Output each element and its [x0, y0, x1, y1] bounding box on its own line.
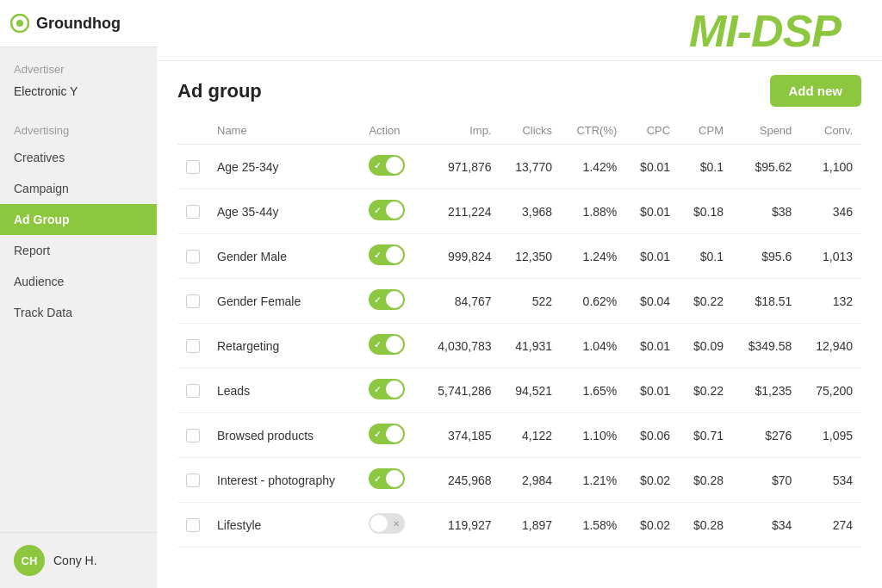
main-header: MI-DSP: [157, 0, 882, 61]
row-spend: $95.6: [732, 234, 800, 279]
row-clicks: 522: [500, 279, 562, 324]
col-action: Action: [360, 117, 420, 145]
row-checkbox[interactable]: [177, 145, 208, 189]
row-clicks: 2,984: [500, 458, 562, 503]
row-action[interactable]: ✓: [360, 368, 420, 413]
row-ctr: 1.24%: [561, 234, 625, 279]
toggle-knob: [386, 246, 403, 263]
row-cpc: $0.01: [625, 145, 679, 189]
row-cpc: $0.01: [625, 189, 679, 234]
row-checkbox[interactable]: [177, 503, 208, 548]
toggle-knob: [370, 515, 388, 532]
table-row: Gender Female ✓ 84,767 522 0.62% $0.04 $…: [177, 279, 861, 324]
toggle-switch[interactable]: ✓: [369, 200, 405, 220]
table-row: Age 35-44y ✓ 211,224 3,968 1.88% $0.01 $…: [177, 189, 861, 234]
row-ctr: 1.58%: [561, 503, 625, 548]
row-imp: 999,824: [420, 234, 500, 279]
row-conv: 274: [800, 503, 861, 548]
table-row: Interest - photography ✓ 245,968 2,984 1…: [177, 458, 861, 503]
row-conv: 75,200: [800, 368, 861, 413]
row-checkbox[interactable]: [177, 458, 208, 503]
row-cpm: $0.28: [679, 503, 732, 548]
row-checkbox[interactable]: [177, 189, 208, 234]
sidebar-item-ad-group[interactable]: Ad Group: [0, 204, 157, 235]
row-cpc: $0.01: [625, 368, 679, 413]
toggle-switch[interactable]: ✓: [369, 379, 405, 399]
row-action[interactable]: ✓: [360, 145, 420, 189]
sidebar-item-creatives[interactable]: Creatives: [0, 142, 157, 173]
page-header: Ad group Add new: [157, 61, 882, 117]
row-ctr: 1.65%: [561, 368, 625, 413]
sidebar-logo: Groundhog: [0, 0, 157, 47]
advertising-section-label: Advertising: [0, 108, 157, 142]
row-checkbox[interactable]: [177, 324, 208, 368]
col-name: Name: [208, 117, 360, 145]
row-imp: 971,876: [420, 145, 500, 189]
add-new-button[interactable]: Add new: [770, 75, 862, 107]
row-cpc: $0.01: [625, 324, 679, 368]
row-action[interactable]: ✓: [360, 324, 420, 368]
row-name: Browsed products: [208, 413, 360, 458]
row-clicks: 94,521: [500, 368, 562, 413]
col-cpc: CPC: [625, 117, 679, 145]
row-action[interactable]: ✓: [360, 458, 420, 503]
table-row: Retargeting ✓ 4,030,783 41,931 1.04% $0.…: [177, 324, 861, 368]
toggle-switch[interactable]: ✓: [369, 424, 405, 444]
row-cpm: $0.1: [679, 145, 732, 189]
row-action[interactable]: ✓: [360, 234, 420, 279]
sidebar-item-track-data[interactable]: Track Data: [0, 297, 157, 328]
row-clicks: 12,350: [500, 234, 562, 279]
row-name: Retargeting: [208, 324, 360, 368]
col-checkbox: [177, 117, 208, 145]
table-row: Leads ✓ 5,741,286 94,521 1.65% $0.01 $0.…: [177, 368, 861, 413]
advertiser-section-label: Advertiser: [0, 47, 157, 81]
table-row: Age 25-34y ✓ 971,876 13,770 1.42% $0.01 …: [177, 145, 861, 189]
sidebar-item-report[interactable]: Report: [0, 235, 157, 266]
sidebar: Groundhog Advertiser Electronic Y Advert…: [0, 0, 157, 588]
toggle-switch[interactable]: ✓: [369, 155, 405, 176]
row-action[interactable]: ✕: [360, 503, 420, 548]
row-imp: 245,968: [420, 458, 500, 503]
row-ctr: 1.88%: [561, 189, 625, 234]
row-checkbox[interactable]: [177, 368, 208, 413]
col-ctr: CTR(%): [561, 117, 625, 145]
toggle-switch[interactable]: ✓: [369, 244, 405, 265]
advertiser-name: Electronic Y: [0, 81, 157, 108]
brand-title: MI-DSP: [689, 9, 841, 60]
row-name: Lifestyle: [208, 503, 360, 548]
row-action[interactable]: ✓: [360, 279, 420, 324]
avatar: CH: [14, 545, 45, 576]
col-spend: Spend: [732, 117, 800, 145]
row-checkbox[interactable]: [177, 279, 208, 324]
row-checkbox[interactable]: [177, 234, 208, 279]
row-conv: 1,013: [800, 234, 861, 279]
toggle-switch[interactable]: ✕: [369, 513, 405, 534]
row-cpm: $0.22: [679, 279, 732, 324]
row-imp: 119,927: [420, 503, 500, 548]
row-imp: 5,741,286: [420, 368, 500, 413]
row-ctr: 1.10%: [561, 413, 625, 458]
row-imp: 84,767: [420, 279, 500, 324]
avatar-initials: CH: [22, 554, 38, 567]
row-spend: $349.58: [732, 324, 800, 368]
table-row: Browsed products ✓ 374,185 4,122 1.10% $…: [177, 413, 861, 458]
row-spend: $34: [732, 503, 800, 548]
toggle-switch[interactable]: ✓: [369, 289, 405, 310]
table-row: Lifestyle ✕ 119,927 1,897 1.58% $0.02 $0…: [177, 503, 861, 548]
main-content: MI-DSP Ad group Add new Name Action Imp.…: [157, 0, 882, 588]
toggle-knob: [386, 157, 403, 174]
toggle-switch[interactable]: ✓: [369, 334, 405, 355]
row-cpc: $0.02: [625, 503, 679, 548]
app-name: Groundhog: [36, 15, 121, 33]
sidebar-item-campaign[interactable]: Campaign: [0, 173, 157, 204]
sidebar-item-audience[interactable]: Audience: [0, 266, 157, 297]
row-action[interactable]: ✓: [360, 413, 420, 458]
row-action[interactable]: ✓: [360, 189, 420, 234]
row-conv: 1,100: [800, 145, 861, 189]
row-conv: 12,940: [800, 324, 861, 368]
row-conv: 132: [800, 279, 861, 324]
row-checkbox[interactable]: [177, 413, 208, 458]
row-imp: 4,030,783: [420, 324, 500, 368]
row-cpm: $0.28: [679, 458, 732, 503]
toggle-switch[interactable]: ✓: [369, 468, 405, 489]
